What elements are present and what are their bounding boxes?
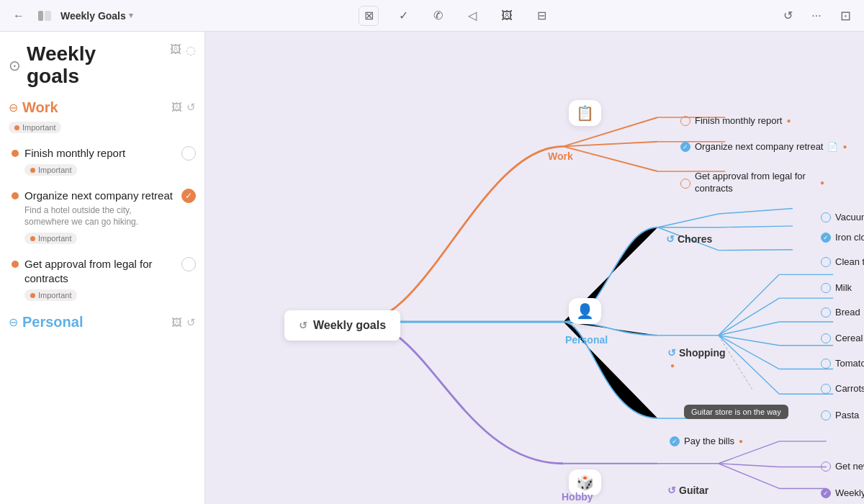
leaf-approval-legal: Get approval from legal for contracts ● — [680, 171, 824, 195]
work-section-icons: 🖼 ↺ — [171, 101, 196, 114]
sidebar-header: ⊙ Weeklygoals 🖼 ◌ — [9, 43, 196, 88]
leaf-circle-1[interactable] — [680, 116, 690, 126]
leaf-dot-work-2: ● — [842, 143, 847, 150]
leaf-finish-report: Finish monthly report ● — [680, 115, 791, 126]
task-bullet-1 — [12, 150, 19, 157]
leaf-vacuum: Vacuum ● — [821, 212, 864, 222]
sidebar-title: Weeklygoals — [27, 43, 96, 88]
task-content-1: Finish monthly report Important — [24, 146, 176, 182]
back-arrow-icon[interactable]: ◁ — [462, 6, 482, 26]
chores-arc-icon: ↺ — [666, 233, 675, 245]
work-image-icon[interactable]: 🖼 — [171, 101, 182, 114]
toolbar: ← Weekly Goals ▾ ⊠ ✓ ✆ ◁ 🖼 ⊟ ↺ ··· ⊡ — [0, 0, 864, 32]
task-title-2: Organize next company retreat — [24, 189, 176, 203]
mindmap-svg — [205, 32, 864, 504]
task-checkbox-3[interactable] — [181, 257, 196, 271]
chores-branch-label[interactable]: ↺ Chores — [666, 233, 712, 245]
shopping-tooltip: Guitar store is on the way — [684, 405, 788, 419]
task-desc-2: Find a hotel outside the city, somewhere… — [24, 204, 176, 229]
task-bullet-3 — [12, 261, 19, 268]
toolbar-right: ↺ ··· ⊡ — [778, 6, 855, 26]
work-icon-badge: 📋 — [569, 100, 601, 126]
sidebar-title-row: ⊙ Weeklygoals — [9, 43, 96, 88]
work-section-header: ⊖ Work 🖼 ↺ — [9, 99, 196, 116]
work-section: ⊖ Work 🖼 ↺ Important Finish monthly repo… — [9, 99, 196, 307]
svg-line-32 — [719, 464, 779, 489]
leaf-circle-2[interactable]: ✓ — [680, 142, 690, 152]
leaf-milk: Milk — [821, 282, 852, 293]
svg-line-16 — [719, 298, 779, 336]
toolbar-title[interactable]: Weekly Goals ▾ — [60, 10, 133, 22]
leaf-circle-milk[interactable] — [821, 283, 831, 293]
svg-line-15 — [719, 274, 779, 335]
check-icon[interactable]: ✓ — [393, 6, 413, 26]
toolbar-left: ← Weekly Goals ▾ — [9, 6, 133, 26]
personal-icon-badge: 👤 — [569, 298, 601, 324]
task-title-1: Finish monthly report — [24, 146, 176, 161]
leaf-carrots: Carrots — [821, 383, 864, 394]
leaf-new-strings: Get new strings ● — [821, 461, 864, 472]
window-icon[interactable]: ⊡ — [835, 6, 855, 26]
svg-rect-0 — [38, 11, 43, 21]
shopping-branch-label[interactable]: ↺ Shopping ● — [667, 347, 726, 370]
leaf-file-icon: 📄 — [827, 142, 838, 152]
spinner-icon: ◌ — [186, 43, 196, 57]
work-section-name: Work — [22, 99, 58, 116]
sidebar: ⊙ Weeklygoals 🖼 ◌ ⊖ Work 🖼 ↺ Imp — [0, 32, 205, 504]
leaf-circle-3[interactable] — [680, 179, 690, 189]
leaf-circle-vacuum[interactable] — [821, 212, 831, 222]
leaf-weekly-lesson: ✓ Weekly lesson ● — [821, 487, 864, 498]
svg-line-13 — [719, 250, 793, 251]
work-toggle[interactable]: ⊖ — [9, 101, 18, 114]
svg-line-4 — [563, 146, 657, 171]
leaf-circle-tomatoes[interactable] — [821, 359, 831, 369]
leaf-circle-carrots[interactable] — [821, 384, 831, 394]
personal-image-icon[interactable]: 🖼 — [171, 316, 182, 329]
sidebar-toggle[interactable] — [35, 6, 55, 26]
leaf-circle-strings[interactable] — [821, 462, 831, 472]
leaf-circle-iron[interactable]: ✓ — [821, 233, 831, 243]
personal-branch-label[interactable]: Personal — [565, 334, 608, 346]
leaf-circle-bread[interactable] — [821, 307, 831, 318]
leaf-organize-retreat: ✓ Organize next company retreat 📄 ● — [680, 141, 847, 152]
leaf-circle-kitty[interactable] — [821, 257, 831, 267]
work-branch-label[interactable]: Work — [548, 150, 573, 162]
leaf-dot-work-1: ● — [786, 117, 791, 125]
leaf-dot-work-3: ● — [820, 178, 824, 187]
image-icon[interactable]: 🖼 — [497, 6, 517, 26]
task-checkbox-1[interactable] — [181, 146, 196, 161]
leaf-dot-bills: ● — [739, 437, 743, 445]
task-bullet-2 — [12, 192, 19, 199]
title-text: Weekly Goals — [60, 10, 126, 22]
hobby-badge-icon: 🎲 — [576, 474, 594, 491]
leaf-circle-lesson[interactable]: ✓ — [821, 488, 831, 498]
task-checkbox-2[interactable]: ✓ — [181, 189, 196, 203]
guitar-arc-icon: ↺ — [667, 485, 676, 496]
personal-toggle[interactable]: ⊖ — [9, 315, 18, 329]
more-icon[interactable]: ··· — [806, 6, 827, 26]
grid-icon[interactable]: ⊠ — [359, 6, 379, 26]
leaf-tomatoes: Tomatoes — [821, 358, 864, 369]
leaf-iron-clothes: ✓ Iron clothes ● ● — [821, 232, 864, 243]
personal-spinner-icon: ↺ — [186, 316, 196, 329]
svg-rect-1 — [45, 11, 51, 21]
guitar-branch-label[interactable]: ↺ Guitar — [667, 485, 708, 496]
leaf-circle-pasta[interactable] — [821, 410, 831, 420]
undo-icon[interactable]: ↺ — [778, 6, 798, 26]
phone-icon[interactable]: ✆ — [428, 6, 448, 26]
layout-icon[interactable]: ⊟ — [531, 6, 552, 26]
leaf-circle-bills[interactable]: ✓ — [670, 436, 680, 446]
leaf-pasta: Pasta — [821, 410, 859, 420]
task-approval-legal: Get approval from legal for contracts Im… — [9, 257, 196, 307]
task-tag-2: Important — [24, 231, 176, 250]
root-node[interactable]: ↺ Weekly goals — [284, 310, 400, 341]
leaf-circle-cereal[interactable] — [821, 333, 831, 343]
svg-line-17 — [719, 322, 779, 336]
hobby-branch-label[interactable]: Hobby — [562, 491, 593, 503]
canvas-area[interactable]: ↺ Weekly goals 📋 Work Finish monthly rep… — [205, 32, 864, 504]
root-spinner-icon: ↺ — [299, 320, 307, 331]
work-badge-icon: 📋 — [576, 104, 594, 122]
back-button[interactable]: ← — [9, 6, 29, 26]
image-sidebar-icon[interactable]: 🖼 — [170, 43, 181, 57]
personal-badge-icon: 👤 — [576, 302, 594, 320]
